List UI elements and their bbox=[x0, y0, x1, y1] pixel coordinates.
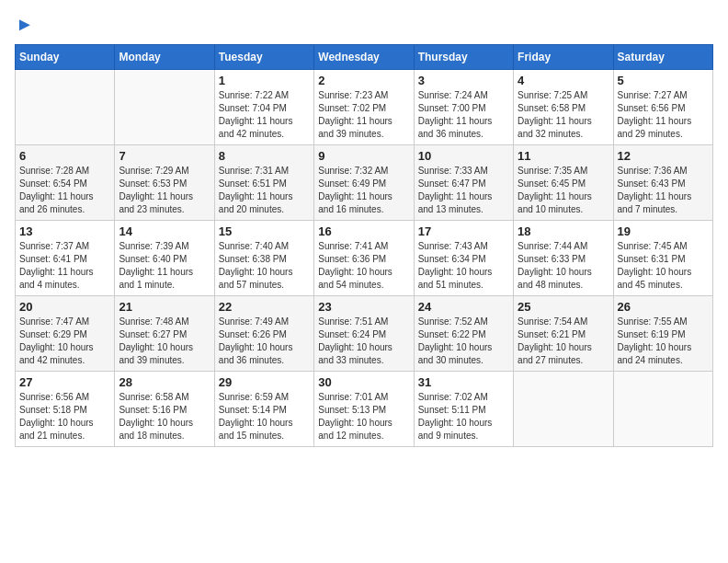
day-info: Sunrise: 7:44 AM Sunset: 6:33 PM Dayligh… bbox=[518, 240, 609, 292]
day-info: Sunrise: 7:52 AM Sunset: 6:22 PM Dayligh… bbox=[418, 316, 509, 367]
day-info: Sunrise: 7:48 AM Sunset: 6:27 PM Dayligh… bbox=[119, 316, 210, 367]
calendar-week-row: 13Sunrise: 7:37 AM Sunset: 6:41 PM Dayli… bbox=[16, 221, 713, 296]
calendar-cell: 5Sunrise: 7:27 AM Sunset: 6:56 PM Daylig… bbox=[613, 70, 712, 145]
day-info: Sunrise: 7:23 AM Sunset: 7:02 PM Dayligh… bbox=[318, 89, 409, 141]
calendar-cell: 18Sunrise: 7:44 AM Sunset: 6:33 PM Dayli… bbox=[514, 221, 613, 296]
calendar-cell: 11Sunrise: 7:35 AM Sunset: 6:45 PM Dayli… bbox=[514, 145, 613, 221]
page-header: ► bbox=[15, 15, 713, 33]
day-info: Sunrise: 7:37 AM Sunset: 6:41 PM Dayligh… bbox=[19, 240, 110, 292]
calendar-cell: 13Sunrise: 7:37 AM Sunset: 6:41 PM Dayli… bbox=[16, 221, 115, 296]
day-info: Sunrise: 7:33 AM Sunset: 6:47 PM Dayligh… bbox=[418, 165, 509, 216]
calendar-cell: 29Sunrise: 6:59 AM Sunset: 5:14 PM Dayli… bbox=[214, 372, 313, 447]
day-number: 18 bbox=[518, 224, 609, 238]
day-number: 19 bbox=[618, 224, 709, 238]
day-info: Sunrise: 7:49 AM Sunset: 6:26 PM Dayligh… bbox=[219, 316, 310, 367]
day-info: Sunrise: 7:27 AM Sunset: 6:56 PM Dayligh… bbox=[618, 89, 709, 141]
calendar-cell: 2Sunrise: 7:23 AM Sunset: 7:02 PM Daylig… bbox=[314, 70, 414, 145]
header-saturday: Saturday bbox=[613, 45, 712, 70]
day-number: 23 bbox=[318, 300, 409, 314]
day-info: Sunrise: 6:59 AM Sunset: 5:14 PM Dayligh… bbox=[219, 391, 310, 442]
calendar-cell: 10Sunrise: 7:33 AM Sunset: 6:47 PM Dayli… bbox=[414, 145, 513, 221]
day-info: Sunrise: 7:29 AM Sunset: 6:53 PM Dayligh… bbox=[119, 165, 210, 216]
calendar-cell: 6Sunrise: 7:28 AM Sunset: 6:54 PM Daylig… bbox=[16, 145, 115, 221]
calendar-table: SundayMondayTuesdayWednesdayThursdayFrid… bbox=[15, 44, 713, 447]
day-number: 17 bbox=[418, 224, 509, 238]
day-info: Sunrise: 7:55 AM Sunset: 6:19 PM Dayligh… bbox=[618, 316, 709, 367]
header-friday: Friday bbox=[514, 45, 613, 70]
calendar-cell: 1Sunrise: 7:22 AM Sunset: 7:04 PM Daylig… bbox=[214, 70, 313, 145]
calendar-cell: 27Sunrise: 6:56 AM Sunset: 5:18 PM Dayli… bbox=[16, 372, 115, 447]
day-number: 15 bbox=[219, 224, 310, 238]
day-info: Sunrise: 7:31 AM Sunset: 6:51 PM Dayligh… bbox=[219, 165, 310, 216]
day-info: Sunrise: 7:24 AM Sunset: 7:00 PM Dayligh… bbox=[418, 89, 509, 141]
day-number: 7 bbox=[119, 149, 210, 163]
header-monday: Monday bbox=[115, 45, 214, 70]
logo-arrow-icon: ► bbox=[16, 15, 34, 33]
day-number: 8 bbox=[219, 149, 310, 163]
day-number: 1 bbox=[219, 74, 310, 87]
logo: ► bbox=[15, 15, 34, 33]
day-number: 16 bbox=[318, 224, 409, 238]
day-number: 4 bbox=[518, 74, 609, 87]
day-number: 27 bbox=[19, 375, 110, 389]
calendar-cell: 25Sunrise: 7:54 AM Sunset: 6:21 PM Dayli… bbox=[514, 296, 613, 372]
calendar-cell: 23Sunrise: 7:51 AM Sunset: 6:24 PM Dayli… bbox=[314, 296, 414, 372]
day-number: 21 bbox=[119, 300, 210, 314]
day-number: 6 bbox=[19, 149, 110, 163]
day-number: 31 bbox=[418, 375, 509, 389]
calendar-cell: 17Sunrise: 7:43 AM Sunset: 6:34 PM Dayli… bbox=[414, 221, 513, 296]
header-sunday: Sunday bbox=[16, 45, 115, 70]
calendar-cell: 4Sunrise: 7:25 AM Sunset: 6:58 PM Daylig… bbox=[514, 70, 613, 145]
day-info: Sunrise: 7:01 AM Sunset: 5:13 PM Dayligh… bbox=[318, 391, 409, 442]
day-info: Sunrise: 7:02 AM Sunset: 5:11 PM Dayligh… bbox=[418, 391, 509, 442]
calendar-cell: 16Sunrise: 7:41 AM Sunset: 6:36 PM Dayli… bbox=[314, 221, 414, 296]
day-info: Sunrise: 7:32 AM Sunset: 6:49 PM Dayligh… bbox=[318, 165, 409, 216]
calendar-cell: 24Sunrise: 7:52 AM Sunset: 6:22 PM Dayli… bbox=[414, 296, 513, 372]
header-tuesday: Tuesday bbox=[214, 45, 313, 70]
day-number: 22 bbox=[219, 300, 310, 314]
calendar-cell: 19Sunrise: 7:45 AM Sunset: 6:31 PM Dayli… bbox=[613, 221, 712, 296]
calendar-cell: 30Sunrise: 7:01 AM Sunset: 5:13 PM Dayli… bbox=[314, 372, 414, 447]
calendar-cell bbox=[16, 70, 115, 145]
day-info: Sunrise: 6:56 AM Sunset: 5:18 PM Dayligh… bbox=[19, 391, 110, 442]
day-number: 10 bbox=[418, 149, 509, 163]
day-number: 20 bbox=[19, 300, 110, 314]
day-info: Sunrise: 7:40 AM Sunset: 6:38 PM Dayligh… bbox=[219, 240, 310, 292]
calendar-cell: 26Sunrise: 7:55 AM Sunset: 6:19 PM Dayli… bbox=[613, 296, 712, 372]
calendar-cell: 20Sunrise: 7:47 AM Sunset: 6:29 PM Dayli… bbox=[16, 296, 115, 372]
day-number: 11 bbox=[518, 149, 609, 163]
calendar-cell: 12Sunrise: 7:36 AM Sunset: 6:43 PM Dayli… bbox=[613, 145, 712, 221]
calendar-cell: 7Sunrise: 7:29 AM Sunset: 6:53 PM Daylig… bbox=[115, 145, 214, 221]
day-info: Sunrise: 7:28 AM Sunset: 6:54 PM Dayligh… bbox=[19, 165, 110, 216]
calendar-week-row: 20Sunrise: 7:47 AM Sunset: 6:29 PM Dayli… bbox=[16, 296, 713, 372]
day-info: Sunrise: 7:54 AM Sunset: 6:21 PM Dayligh… bbox=[518, 316, 609, 367]
calendar-cell bbox=[514, 372, 613, 447]
header-thursday: Thursday bbox=[414, 45, 513, 70]
day-number: 25 bbox=[518, 300, 609, 314]
day-number: 3 bbox=[418, 74, 509, 87]
header-wednesday: Wednesday bbox=[314, 45, 414, 70]
day-number: 13 bbox=[19, 224, 110, 238]
day-number: 14 bbox=[119, 224, 210, 238]
day-number: 24 bbox=[418, 300, 509, 314]
day-number: 2 bbox=[318, 74, 409, 87]
day-info: Sunrise: 7:47 AM Sunset: 6:29 PM Dayligh… bbox=[19, 316, 110, 367]
calendar-cell: 9Sunrise: 7:32 AM Sunset: 6:49 PM Daylig… bbox=[314, 145, 414, 221]
day-info: Sunrise: 7:36 AM Sunset: 6:43 PM Dayligh… bbox=[618, 165, 709, 216]
day-number: 30 bbox=[318, 375, 409, 389]
calendar-cell: 3Sunrise: 7:24 AM Sunset: 7:00 PM Daylig… bbox=[414, 70, 513, 145]
calendar-cell: 15Sunrise: 7:40 AM Sunset: 6:38 PM Dayli… bbox=[214, 221, 313, 296]
calendar-cell: 31Sunrise: 7:02 AM Sunset: 5:11 PM Dayli… bbox=[414, 372, 513, 447]
calendar-cell: 21Sunrise: 7:48 AM Sunset: 6:27 PM Dayli… bbox=[115, 296, 214, 372]
calendar-cell: 14Sunrise: 7:39 AM Sunset: 6:40 PM Dayli… bbox=[115, 221, 214, 296]
calendar-header-row: SundayMondayTuesdayWednesdayThursdayFrid… bbox=[16, 45, 713, 70]
day-info: Sunrise: 7:25 AM Sunset: 6:58 PM Dayligh… bbox=[518, 89, 609, 141]
day-number: 29 bbox=[219, 375, 310, 389]
day-info: Sunrise: 7:41 AM Sunset: 6:36 PM Dayligh… bbox=[318, 240, 409, 292]
calendar-cell bbox=[613, 372, 712, 447]
calendar-cell: 22Sunrise: 7:49 AM Sunset: 6:26 PM Dayli… bbox=[214, 296, 313, 372]
day-number: 5 bbox=[618, 74, 709, 87]
calendar-cell: 28Sunrise: 6:58 AM Sunset: 5:16 PM Dayli… bbox=[115, 372, 214, 447]
day-number: 28 bbox=[119, 375, 210, 389]
day-info: Sunrise: 7:43 AM Sunset: 6:34 PM Dayligh… bbox=[418, 240, 509, 292]
